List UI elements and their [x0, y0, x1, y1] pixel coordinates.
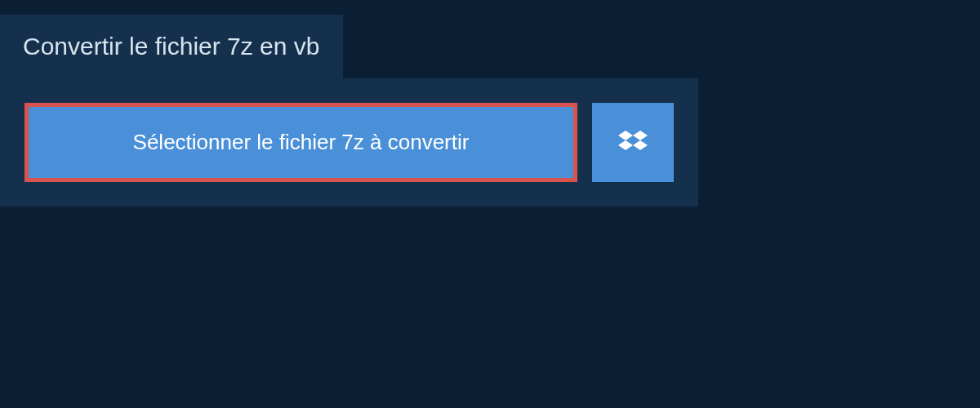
- page-title: Convertir le fichier 7z en vb: [23, 33, 320, 60]
- upload-panel: Sélectionner le fichier 7z à convertir: [0, 78, 698, 206]
- select-file-button[interactable]: Sélectionner le fichier 7z à convertir: [24, 103, 577, 182]
- tab-header: Convertir le fichier 7z en vb: [0, 15, 343, 78]
- dropbox-icon: [618, 128, 648, 157]
- dropbox-button[interactable]: [592, 103, 674, 182]
